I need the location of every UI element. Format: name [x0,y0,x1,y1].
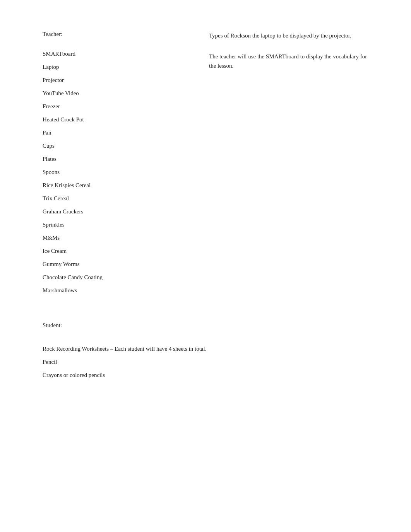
teacher-items-list: SMARTboardLaptopProjectorYouTube VideoFr… [43,49,186,295]
teacher-list-item: M&Ms [43,233,186,242]
teacher-description1: Types of Rockson the laptop to be displa… [209,31,368,40]
teacher-right-col: Types of Rockson the laptop to be displa… [209,31,368,299]
teacher-list-item: Ice Cream [43,246,186,256]
teacher-list-item: Chocolate Candy Coating [43,273,186,282]
teacher-description2: The teacher will use the SMARTboard to d… [209,52,368,70]
student-section: Student: Rock Recording Worksheets – Eac… [43,322,368,380]
teacher-list-item: YouTube Video [43,89,186,98]
teacher-list-item: Marshmallows [43,286,186,295]
teacher-list-item: Heated Crock Pot [43,115,186,124]
teacher-list-item: Projector [43,75,186,85]
teacher-list-item: Spoons [43,167,186,177]
teacher-label: Teacher: [43,31,186,38]
page-container: Teacher: SMARTboardLaptopProjectorYouTub… [0,0,411,414]
student-list-item: Pencil [43,357,368,367]
teacher-list-item: Laptop [43,62,186,72]
teacher-list-item: Freezer [43,102,186,111]
teacher-list-item: Cups [43,141,186,150]
student-list-item: Rock Recording Worksheets – Each student… [43,344,368,353]
teacher-section: Teacher: SMARTboardLaptopProjectorYouTub… [43,31,368,299]
teacher-list-item: SMARTboard [43,49,186,58]
teacher-left-col: Teacher: SMARTboardLaptopProjectorYouTub… [43,31,186,299]
teacher-list-item: Gummy Worms [43,259,186,269]
teacher-list-item: Sprinkles [43,220,186,229]
teacher-list-item: Graham Crackers [43,207,186,216]
teacher-list-item: Pan [43,128,186,137]
teacher-list-item: Rice Krispies Cereal [43,181,186,190]
student-items-list: Rock Recording Worksheets – Each student… [43,344,368,380]
student-label: Student: [43,322,368,329]
student-list-item: Crayons or colored pencils [43,370,368,380]
teacher-list-item: Trix Cereal [43,194,186,203]
teacher-list-item: Plates [43,154,186,164]
